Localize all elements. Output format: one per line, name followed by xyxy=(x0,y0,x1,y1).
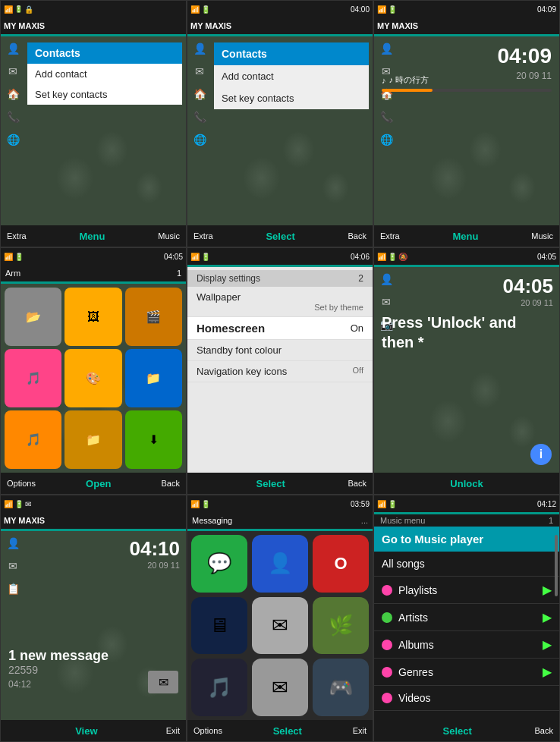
softkey-right-9[interactable]: Back xyxy=(535,726,553,735)
softkey-center-9[interactable]: Select xyxy=(443,725,472,737)
cell-5: 📶 🔋 04:06 Display settings 2 Wallpaper S… xyxy=(187,247,373,495)
contacts-dropdown-2[interactable]: Contacts Add contact Set key contacts xyxy=(214,42,369,109)
settings-wallpaper[interactable]: Wallpaper Set by theme xyxy=(187,287,373,317)
app-game[interactable]: 🎮 xyxy=(313,659,369,716)
app-mail[interactable]: ✉ xyxy=(252,597,308,655)
app-video[interactable]: 🎬 xyxy=(125,288,182,346)
softkey-left-8[interactable]: Options xyxy=(193,726,222,735)
music-playlists[interactable]: Playlists ▶ xyxy=(374,577,559,604)
menu-item-set-2[interactable]: Set key contacts xyxy=(214,87,369,109)
app-folder[interactable]: 📁 xyxy=(125,349,182,407)
settings-header: Display settings 2 xyxy=(187,270,373,287)
status-time-6: 04:05 xyxy=(537,253,556,261)
softkey-center-6[interactable]: Unlock xyxy=(450,478,483,489)
app-download[interactable]: ⬇ xyxy=(125,410,182,469)
softkey-right-3[interactable]: Music xyxy=(531,231,553,241)
softkey-bar-5: Select Back xyxy=(187,473,373,494)
menu-item-add[interactable]: Add contact xyxy=(27,64,182,84)
status-time-2: 04:00 xyxy=(351,5,370,14)
app-screen[interactable]: 🖥 xyxy=(191,597,247,655)
genres-dot xyxy=(382,667,392,678)
app-mail2[interactable]: ✉ xyxy=(252,659,308,716)
cell-3: 📶 🔋 04:09 MY MAXIS 👤 ✉ 🏠 📞 🌐 04:09 xyxy=(373,0,560,247)
app-files[interactable]: 📂 xyxy=(5,288,61,346)
time-display-6: 04:05 20 09 11 xyxy=(503,275,554,307)
music-menu-status-bar: Music menu 1 xyxy=(374,514,559,527)
music-goto[interactable]: Go to Music player xyxy=(374,527,559,552)
app-folder2[interactable]: 📁 xyxy=(64,410,121,469)
softkey-right-8[interactable]: Exit xyxy=(353,726,367,735)
app-music2[interactable]: 🎵 xyxy=(5,410,61,469)
softkey-center-1[interactable]: Menu xyxy=(80,231,105,242)
phone-icon: 📞 xyxy=(5,108,21,125)
operator-bar-2: MY MAXIS xyxy=(187,17,373,34)
app-music-player[interactable]: 🎵 xyxy=(191,659,247,716)
settings-font-colour[interactable]: Standby font colour xyxy=(187,340,373,361)
lock-message: Press 'Unlock' and then * xyxy=(382,313,552,352)
chevron-playlists: ▶ xyxy=(543,583,552,597)
content-area-2: 👤 ✉ 🏠 📞 🌐 Contacts Add contact Set key c… xyxy=(187,36,373,225)
softkey-center-2[interactable]: Select xyxy=(266,231,294,242)
globe-icon-3: 🌐 xyxy=(378,131,395,148)
softkey-right-7[interactable]: Exit xyxy=(166,726,180,735)
music-artists[interactable]: Artists ▶ xyxy=(374,604,559,631)
softkey-right-1[interactable]: Music xyxy=(158,231,180,241)
status-bar-3: 📶 🔋 04:09 xyxy=(374,1,559,17)
status-bar-4: 📶 🔋 04:05 xyxy=(1,248,186,265)
contacts-dropdown[interactable]: Contacts Add contact Set key contacts xyxy=(27,42,182,105)
content-area-1: 👤 ✉ 🏠 📞 🌐 03:58 20 09 11 Contacts Add co… xyxy=(1,36,186,225)
menu-item-add-2[interactable]: Add contact xyxy=(214,65,369,87)
music-genres[interactable]: Genres ▶ xyxy=(374,659,559,686)
music-videos[interactable]: Videos xyxy=(374,686,559,711)
menu-item-contacts[interactable]: Contacts xyxy=(27,42,182,64)
globe-icon-2: 🌐 xyxy=(191,131,208,148)
messaging-app-grid: 💬 👤 O 🖥 ✉ 🌿 🎵 ✉ 🎮 xyxy=(191,535,369,716)
mail-icon-6: ✉ xyxy=(378,294,395,310)
cell-8: 📶 🔋 03:59 Messaging ... 💬 👤 O 🖥 ✉ 🌿 � xyxy=(187,495,373,742)
status-time-8: 03:59 xyxy=(351,500,370,508)
music-all-songs[interactable]: All songs xyxy=(374,552,559,577)
softkey-left-1[interactable]: Extra xyxy=(7,231,27,241)
settings-list: Display settings 2 Wallpaper Set by them… xyxy=(187,267,373,473)
contacts-icon-2: 👤 xyxy=(191,40,208,57)
softkey-left-4[interactable]: Options xyxy=(7,479,36,488)
app-opera[interactable]: O xyxy=(313,535,369,593)
softkey-center-7[interactable]: View xyxy=(75,725,97,737)
cell-1: 📶 🔋 🔒 MY MAXIS 👤 ✉ 🏠 📞 🌐 03 xyxy=(0,0,187,247)
softkey-bar-2: Extra Select Back xyxy=(187,225,373,247)
menu-item-contacts-2[interactable]: Contacts xyxy=(214,42,369,65)
softkey-center-4[interactable]: Open xyxy=(86,478,111,489)
app-music[interactable]: 🎵 xyxy=(5,349,61,407)
softkey-center-3[interactable]: Menu xyxy=(453,231,479,242)
softkey-right-2[interactable]: Back xyxy=(348,231,367,241)
message-time: 04:12 xyxy=(8,679,109,690)
softkey-bar-8: Options Select Exit xyxy=(187,720,373,741)
settings-homescreen[interactable]: Homescreen On xyxy=(187,317,373,340)
menu-item-set[interactable]: Set key contacts xyxy=(27,84,182,105)
contacts-icon-6: 👤 xyxy=(378,271,395,288)
music-albums[interactable]: Albums ▶ xyxy=(374,631,559,659)
info-icon[interactable]: i xyxy=(530,444,552,465)
softkey-center-8[interactable]: Select xyxy=(273,725,302,737)
settings-nav-icons[interactable]: Navigation key icons Off xyxy=(187,361,373,382)
content-area-7: 👤 ✉ 📋 04:10 20 09 11 1 new message 22559… xyxy=(1,531,186,720)
softkey-right-5[interactable]: Back xyxy=(348,479,367,488)
contacts-icon: 👤 xyxy=(5,40,21,57)
softkey-center-5[interactable]: Select xyxy=(256,478,285,489)
softkey-left-3[interactable]: Extra xyxy=(380,231,400,241)
content-area-3: 👤 ✉ 🏠 📞 🌐 04:09 20 09 11 ♪ ♪ 時の行方 xyxy=(374,36,559,225)
app-art[interactable]: 🎨 xyxy=(64,349,121,407)
status-time-4: 04:05 xyxy=(164,253,183,261)
message-number: 22559 xyxy=(8,664,109,676)
app-photos[interactable]: 🖼 xyxy=(64,288,121,346)
app-minecraft[interactable]: 🌿 xyxy=(313,597,369,655)
chevron-albums: ▶ xyxy=(543,637,552,652)
softkey-left-2[interactable]: Extra xyxy=(193,231,213,241)
softkey-bar-9: Select Back xyxy=(374,720,559,741)
cell-7: 📶 🔋 ✉ MY MAXIS 👤 ✉ 📋 04:10 20 xyxy=(0,495,187,742)
status-time-5: 04:06 xyxy=(351,253,370,261)
side-icons-3: 👤 ✉ 🏠 📞 🌐 xyxy=(378,40,395,148)
app-contacts[interactable]: 👤 xyxy=(252,535,308,593)
app-chat[interactable]: 💬 xyxy=(191,535,247,593)
softkey-right-4[interactable]: Back xyxy=(162,479,180,488)
